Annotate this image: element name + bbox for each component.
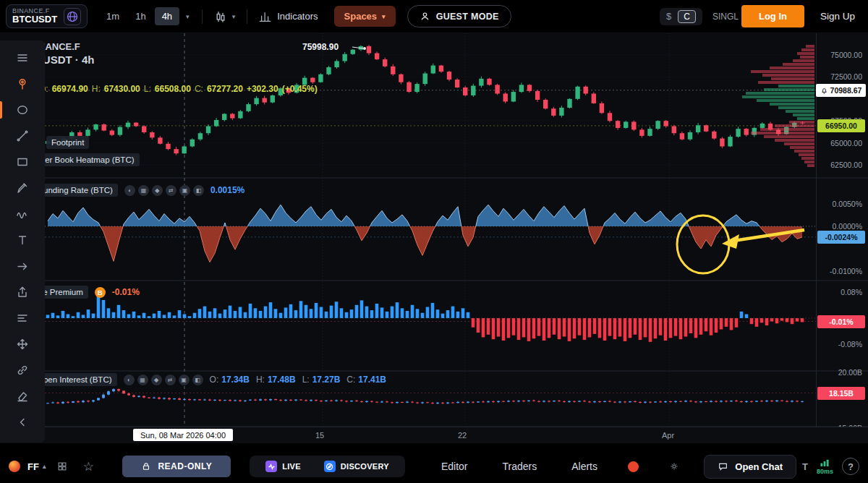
readonly-label: READ-ONLY — [158, 461, 212, 471]
scale-tick: 65000.00 — [830, 139, 862, 148]
link-tool[interactable] — [0, 357, 45, 383]
forecast-icon — [15, 311, 30, 325]
move-tool[interactable] — [0, 331, 45, 357]
readonly-button[interactable]: READ-ONLY — [122, 456, 231, 477]
layers-icon — [15, 51, 30, 65]
wave-tool[interactable] — [0, 201, 45, 227]
open-chat-label: Open Chat — [735, 461, 783, 472]
bottom-toolbar: FF ▴ ☆ READ-ONLY LIVE DISCOVERY Editor T… — [0, 450, 868, 483]
candle-dropdown-icon: ▾ — [232, 13, 236, 20]
layers-tool[interactable] — [0, 45, 45, 71]
export-tool[interactable] — [0, 279, 45, 305]
trend-line-tool[interactable] — [0, 123, 45, 149]
scale-tick: 72500.00 — [830, 72, 862, 81]
timeframe-1h[interactable]: 1h — [128, 7, 153, 25]
candle-style-button[interactable]: ▾ — [210, 9, 240, 24]
ellipse-tool[interactable] — [0, 97, 45, 123]
discovery-label: DISCOVERY — [341, 462, 389, 471]
scale-tick: -0.0100% — [830, 267, 862, 275]
time-axis-label: 15 — [315, 431, 324, 440]
open-chat-button[interactable]: Open Chat — [704, 455, 796, 479]
workspace-switcher[interactable]: FF ▴ — [27, 461, 46, 472]
alerts-button[interactable]: Alerts — [567, 460, 602, 473]
live-label: LIVE — [282, 462, 301, 471]
time-axis-label: 22 — [458, 431, 467, 440]
help-button[interactable]: ? — [842, 458, 859, 475]
timeframe-4h[interactable]: 4h — [155, 7, 179, 25]
guest-mode-button[interactable]: GUEST MODE — [407, 5, 511, 27]
app-logo[interactable] — [9, 461, 20, 472]
live-button[interactable]: LIVE — [261, 460, 305, 473]
login-button[interactable]: Log In — [741, 5, 804, 27]
chart-canvas[interactable] — [0, 33, 868, 443]
symbol-selector[interactable]: BINANCE.F BTCUSDT — [6, 4, 88, 28]
pin-tool[interactable] — [0, 71, 45, 97]
alert-price-tag[interactable]: 70988.67 — [816, 84, 866, 97]
oi-tag: 18.15B — [817, 387, 865, 400]
spaces-caret-icon: ▾ — [382, 13, 386, 20]
ellipse-icon — [15, 103, 30, 117]
currency-toggle[interactable]: $ C — [660, 8, 702, 25]
export-icon — [15, 285, 30, 299]
spaces-button[interactable]: Spaces ▾ — [334, 6, 396, 27]
signal-bars-icon — [819, 458, 830, 467]
scale-tick: -0.08% — [838, 340, 862, 349]
workspace-label: FF — [27, 461, 39, 472]
eraser-tool[interactable] — [0, 383, 45, 409]
rectangle-tool[interactable] — [0, 149, 45, 175]
mode-group: LIVE DISCOVERY — [250, 456, 405, 477]
symbol-label: BTCUSDT — [12, 14, 57, 25]
forecast-tool[interactable] — [0, 305, 45, 331]
layout-grid-icon[interactable] — [53, 457, 72, 476]
marquee-text: SINGL — [712, 12, 739, 22]
top-toolbar: BINANCE.F BTCUSDT 1m 1h 4h ▾ ▾ Indicator… — [0, 0, 868, 33]
text-tool[interactable] — [0, 227, 45, 253]
text-icon — [15, 233, 30, 247]
brush-tool[interactable] — [0, 175, 45, 201]
status-dot[interactable] — [628, 461, 639, 472]
scale-tick: 62500.00 — [830, 161, 862, 169]
scale-tick: 20.00B — [838, 368, 862, 377]
currency-c[interactable]: C — [678, 10, 696, 23]
indicators-label: Indicators — [277, 11, 318, 22]
funding-tag: -0.0024% — [817, 231, 865, 244]
truncated-tab-label[interactable]: T — [802, 461, 808, 472]
timeframe-1m[interactable]: 1m — [99, 7, 127, 25]
candles-icon — [214, 10, 227, 23]
signup-button[interactable]: Sign Up — [816, 10, 859, 22]
drawing-toolbar — [0, 40, 45, 443]
caret-up-icon: ▴ — [43, 463, 46, 470]
arrow-tool[interactable] — [0, 253, 45, 279]
settings-gear-icon[interactable] — [665, 457, 684, 476]
scale-tick: 0.08% — [841, 288, 862, 296]
live-icon — [265, 461, 277, 472]
divider — [247, 9, 247, 24]
pin-icon — [15, 77, 30, 91]
last-price-tag: 66950.00 — [817, 119, 865, 132]
indicators-button[interactable]: Indicators — [255, 9, 322, 24]
time-axis-label: Apr — [662, 431, 674, 440]
editor-button[interactable]: Editor — [437, 460, 472, 473]
bell-icon — [820, 86, 828, 95]
trend-line-icon — [15, 129, 30, 143]
latency-label: 80ms — [817, 468, 833, 475]
eraser-icon — [15, 389, 30, 403]
timeframe-dropdown-icon[interactable]: ▾ — [181, 9, 195, 24]
traders-button[interactable]: Traders — [498, 460, 541, 473]
favorites-star-icon[interactable]: ☆ — [79, 457, 98, 476]
guest-mode-label: GUEST MODE — [436, 12, 499, 22]
premium-tag: -0.01% — [817, 315, 865, 328]
globe-icon[interactable] — [64, 8, 81, 25]
spaces-label: Spaces — [344, 11, 378, 22]
scale-tick: 0.0050% — [833, 200, 862, 208]
chat-bubble-icon — [718, 461, 728, 472]
discovery-button[interactable]: DISCOVERY — [320, 460, 393, 473]
collapse-icon — [15, 415, 30, 429]
time-axis[interactable]: Sun, 08 Mar 2026 04:00 1522Apr — [0, 427, 868, 443]
trading-app: BINANCE.F BTCUSDT 1m 1h 4h ▾ ▾ Indicator… — [0, 0, 868, 483]
collapse-tool[interactable] — [0, 409, 45, 435]
connection-status: 80ms — [817, 458, 833, 475]
chart-region: 75000.0072500.0067500.0065000.0062500.00… — [0, 33, 868, 443]
discovery-icon — [324, 461, 336, 472]
currency-dollar[interactable]: $ — [666, 11, 671, 22]
